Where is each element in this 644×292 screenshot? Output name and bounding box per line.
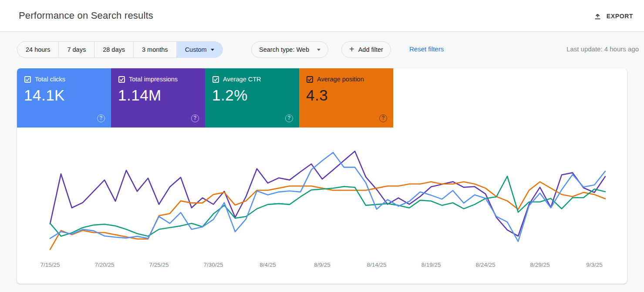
line-series-position[interactable] <box>50 182 605 250</box>
add-filter-chip[interactable]: + Add filter <box>341 41 391 58</box>
page-header: Performance on Search results EXPORT <box>0 0 644 32</box>
checkbox-checked-icon[interactable] <box>24 76 31 83</box>
download-icon <box>593 12 602 20</box>
metric-card-clicks[interactable]: Total clicks14.1K? <box>17 68 111 128</box>
chevron-down-icon <box>317 49 320 51</box>
date-range-label: Custom <box>185 46 207 53</box>
performance-panel: 7/15/257/20/257/25/257/30/258/4/258/9/25… <box>17 68 627 284</box>
date-range-24-hours[interactable]: 24 hours <box>17 42 58 57</box>
metric-card-impressions[interactable]: Total impressions1.14M? <box>111 68 205 128</box>
x-axis-tick-label: 7/30/25 <box>203 262 223 268</box>
date-range-28-days[interactable]: 28 days <box>94 42 133 57</box>
checkbox-checked-icon[interactable] <box>118 76 125 83</box>
page-title: Performance on Search results <box>19 10 153 21</box>
add-filter-label: Add filter <box>358 46 383 53</box>
metric-card-position[interactable]: Average position4.3? <box>299 68 393 128</box>
help-icon[interactable]: ? <box>191 114 199 122</box>
date-range-group: 24 hours7 days28 days3 monthsCustom <box>17 41 223 58</box>
search-type-label: Search type: Web <box>259 46 309 53</box>
checkbox-checked-icon[interactable] <box>212 76 219 83</box>
metric-value: 14.1K <box>17 87 111 104</box>
date-range-7-days[interactable]: 7 days <box>58 42 94 57</box>
x-axis-tick-label: 7/15/25 <box>40 262 60 268</box>
help-icon[interactable]: ? <box>379 114 387 122</box>
metric-value: 1.14M <box>111 87 205 104</box>
metric-label: Average position <box>317 76 364 83</box>
x-axis-tick-label: 8/14/25 <box>367 262 386 268</box>
metric-value: 4.3 <box>299 87 393 104</box>
x-axis-tick-label: 8/9/25 <box>314 262 330 268</box>
x-axis-tick-label: 8/19/25 <box>421 262 441 268</box>
search-type-chip[interactable]: Search type: Web <box>251 41 328 58</box>
date-range-label: 7 days <box>67 46 86 53</box>
metric-label: Average CTR <box>223 76 261 83</box>
metric-label: Total impressions <box>129 76 178 83</box>
date-range-label: 28 days <box>103 46 125 53</box>
chevron-down-icon <box>211 49 214 51</box>
last-update-text: Last update: 4 hours ago <box>566 45 639 53</box>
help-icon[interactable]: ? <box>285 114 293 122</box>
help-icon[interactable]: ? <box>97 114 105 122</box>
reset-filters-link[interactable]: Reset filters <box>409 45 444 53</box>
x-axis-tick-label: 8/4/25 <box>260 262 276 268</box>
performance-page: Performance on Search results EXPORT 24 … <box>0 0 644 292</box>
export-label: EXPORT <box>607 13 633 20</box>
date-range-label: 3 months <box>142 46 168 53</box>
line-series-impressions[interactable] <box>50 151 605 236</box>
metric-label: Total clicks <box>35 76 65 83</box>
date-range-label: 24 hours <box>26 46 50 53</box>
export-button[interactable]: EXPORT <box>591 9 636 23</box>
x-axis-tick-label: 7/25/25 <box>149 262 169 268</box>
x-axis-tick-label: 7/20/25 <box>94 262 114 268</box>
line-series-clicks[interactable] <box>50 152 605 242</box>
date-range-custom[interactable]: Custom <box>176 42 223 57</box>
date-range-3-months[interactable]: 3 months <box>133 42 176 57</box>
x-axis-tick-label: 8/29/25 <box>530 262 550 268</box>
x-axis-tick-label: 9/3/25 <box>586 262 603 268</box>
metric-card-ctr[interactable]: Average CTR1.2%? <box>205 68 299 128</box>
metric-value: 1.2% <box>205 87 299 104</box>
metric-cards-row: Total clicks14.1K?Total impressions1.14M… <box>17 68 627 128</box>
x-axis-tick-label: 8/24/25 <box>475 262 495 268</box>
checkbox-checked-icon[interactable] <box>307 76 313 83</box>
plus-icon: + <box>349 45 354 54</box>
